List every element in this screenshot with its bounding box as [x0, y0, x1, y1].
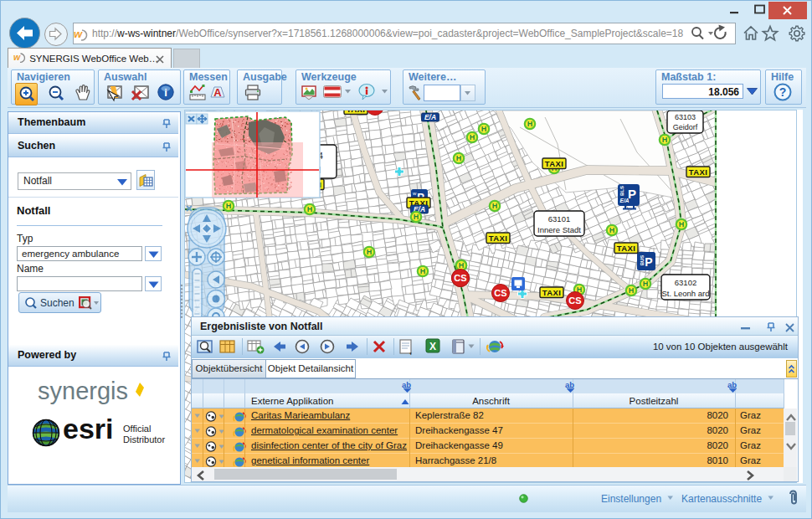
svg-text:H: H — [662, 136, 668, 144]
svg-text:H: H — [367, 248, 373, 256]
svg-text:,: , — [409, 346, 412, 355]
svg-text:H: H — [414, 213, 419, 221]
svg-text:CS: CS — [368, 110, 381, 111]
svg-text:A: A — [213, 86, 222, 99]
svg-text:w: w — [13, 52, 21, 62]
svg-text:?: ? — [779, 85, 787, 99]
svg-text:P: P — [628, 187, 636, 201]
svg-text:TAXI: TAXI — [617, 244, 636, 253]
svg-text:H: H — [307, 205, 313, 213]
svg-text:H: H — [459, 261, 465, 270]
svg-text:H: H — [679, 220, 685, 229]
svg-text:H: H — [643, 280, 649, 288]
svg-text:i: i — [164, 86, 167, 99]
svg-text:H: H — [629, 286, 635, 295]
svg-text:TAXI: TAXI — [689, 167, 708, 177]
svg-text:TAXI: TAXI — [545, 159, 564, 168]
svg-text:X: X — [429, 341, 436, 352]
svg-text:TAXI: TAXI — [489, 234, 508, 243]
svg-text:Innere Stadt: Innere Stadt — [537, 225, 581, 234]
svg-text:H: H — [456, 154, 462, 162]
svg-text:H: H — [420, 267, 426, 275]
svg-text:TAXI: TAXI — [347, 110, 366, 114]
svg-text:H: H — [481, 125, 487, 133]
svg-text:H: H — [470, 133, 475, 141]
svg-text:H: H — [527, 120, 533, 128]
svg-text:CS: CS — [568, 295, 581, 306]
svg-text:63101: 63101 — [548, 214, 570, 224]
svg-text:H: H — [226, 202, 232, 210]
svg-text:P: P — [645, 255, 652, 269]
svg-text:St. Leonh ard: St. Leonh ard — [661, 289, 709, 298]
svg-text:63102: 63102 — [675, 278, 696, 287]
svg-text:H: H — [492, 202, 498, 210]
svg-text:63103: 63103 — [675, 113, 696, 121]
svg-text:CS: CS — [494, 288, 506, 298]
svg-text:w: w — [412, 191, 417, 196]
svg-text:TAXI: TAXI — [542, 288, 562, 297]
svg-text:E/A: E/A — [424, 113, 436, 121]
svg-text:Geidorf: Geidorf — [673, 123, 698, 131]
svg-text:BLS: BLS — [619, 186, 624, 196]
svg-text:CS: CS — [454, 273, 466, 283]
svg-text:BUS: BUS — [640, 255, 645, 266]
svg-text:H: H — [609, 226, 615, 234]
svg-text:w: w — [74, 28, 83, 40]
